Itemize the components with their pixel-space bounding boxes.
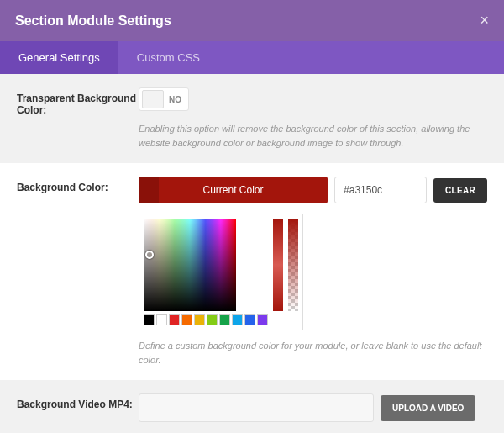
toggle-state: NO xyxy=(169,95,181,104)
transparent-bg-label: Transparent Background Color: xyxy=(17,87,139,116)
alpha-slider[interactable] xyxy=(288,219,298,311)
current-color-label: Current Color xyxy=(203,184,264,196)
transparent-bg-help: Enabling this option will remove the bac… xyxy=(139,122,487,150)
tab-custom-css[interactable]: Custom CSS xyxy=(118,41,218,74)
current-color-bar[interactable]: Current Color xyxy=(139,177,328,203)
hex-input[interactable] xyxy=(334,177,427,203)
tab-general[interactable]: General Settings xyxy=(0,41,118,74)
swatch[interactable] xyxy=(244,314,255,325)
color-picker xyxy=(139,214,303,330)
close-icon[interactable]: × xyxy=(480,12,489,29)
transparent-bg-section: Transparent Background Color: NO Enablin… xyxy=(0,74,504,163)
tabs: General Settings Custom CSS xyxy=(0,41,504,74)
transparent-bg-toggle[interactable]: NO xyxy=(139,87,189,111)
bg-video-label: Background Video MP4: xyxy=(17,393,139,410)
hue-slider[interactable] xyxy=(273,219,283,311)
swatch[interactable] xyxy=(232,314,243,325)
bg-color-help: Define a custom background color for you… xyxy=(139,339,487,367)
modal-header: Section Module Settings × xyxy=(0,0,504,41)
bg-video-section: Background Video MP4: UPLOAD A VIDEO All… xyxy=(0,380,504,433)
toggle-knob xyxy=(142,90,164,108)
swatch[interactable] xyxy=(257,314,268,325)
swatch[interactable] xyxy=(156,314,167,325)
spectrum-cursor[interactable] xyxy=(145,251,154,259)
swatch[interactable] xyxy=(207,314,218,325)
swatch-row xyxy=(144,314,268,325)
swatch[interactable] xyxy=(144,314,155,325)
bg-color-section: Background Color: Current Color CLEAR xyxy=(0,163,504,380)
bg-video-input[interactable] xyxy=(139,393,374,422)
swatch[interactable] xyxy=(194,314,205,325)
clear-button[interactable]: CLEAR xyxy=(433,178,487,203)
spectrum-area[interactable] xyxy=(144,219,236,311)
swatch[interactable] xyxy=(219,314,230,325)
upload-video-button[interactable]: UPLOAD A VIDEO xyxy=(381,395,475,421)
swatch[interactable] xyxy=(181,314,192,325)
swatch[interactable] xyxy=(169,314,180,325)
modal-title: Section Module Settings xyxy=(15,13,171,29)
bg-color-label: Background Color: xyxy=(17,177,139,193)
